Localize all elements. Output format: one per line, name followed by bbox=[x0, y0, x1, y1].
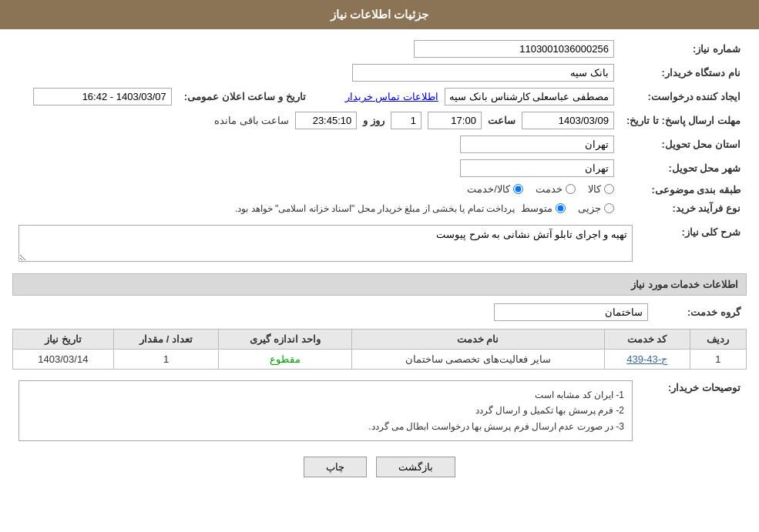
province-label: استان محل تحویل: bbox=[620, 132, 747, 156]
announce-input[interactable] bbox=[33, 88, 172, 105]
category-kala-radio[interactable] bbox=[604, 184, 614, 194]
service-group-label: گروه خدمت: bbox=[654, 300, 747, 324]
page-title: جزئیات اطلاعات نیاز bbox=[331, 8, 428, 21]
purchase-note: پرداخت تمام یا بخشی از مبلغ خریدار محل "… bbox=[235, 203, 515, 214]
category-kala-item[interactable]: کالا bbox=[588, 183, 614, 195]
purchase-motawaset-item[interactable]: متوسط bbox=[521, 202, 566, 214]
org-input[interactable] bbox=[352, 64, 614, 82]
deadline-date-input[interactable] bbox=[522, 112, 614, 129]
purchase-jozei-radio[interactable] bbox=[604, 203, 614, 213]
category-radio-group: کالا خدمت کالا/خدمت bbox=[467, 183, 614, 195]
col-row-num: ردیف bbox=[690, 330, 746, 350]
back-button[interactable]: بازگشت bbox=[376, 457, 455, 477]
province-input[interactable] bbox=[460, 136, 614, 153]
purchase-motawaset-label: متوسط bbox=[521, 202, 552, 214]
services-table: ردیف کد خدمت نام خدمت واحد اندازه گیری ت… bbox=[12, 329, 747, 370]
deadline-time-input[interactable] bbox=[428, 112, 482, 129]
category-khedmat-label: خدمت bbox=[536, 183, 563, 195]
col-unit: واحد اندازه گیری bbox=[219, 330, 351, 350]
purchase-radio-group: جزیی متوسط bbox=[521, 202, 614, 214]
deadline-days-input[interactable] bbox=[391, 112, 421, 129]
service-group-table: گروه خدمت: bbox=[12, 300, 747, 324]
deadline-time-label: ساعت bbox=[488, 115, 516, 126]
contact-link[interactable]: اطلاعات تماس خریدار bbox=[345, 91, 438, 102]
service-group-input[interactable] bbox=[494, 303, 648, 321]
col-service-code: کد خدمت bbox=[604, 330, 690, 350]
city-input[interactable] bbox=[460, 159, 614, 177]
cell-unit: مقطوع bbox=[219, 350, 351, 370]
print-button[interactable]: چاپ bbox=[304, 457, 367, 477]
purchase-label: نوع فرآیند خرید: bbox=[620, 199, 747, 217]
org-label: نام دستگاه خریدار: bbox=[620, 61, 747, 85]
description-textarea[interactable] bbox=[18, 225, 633, 262]
purchase-jozei-item[interactable]: جزیی bbox=[578, 202, 614, 214]
category-kala-label: کالا bbox=[588, 183, 601, 195]
cell-date: 1403/03/14 bbox=[13, 350, 114, 370]
note-line: 2- فرم پرسش بها تکمیل و ارسال گردد bbox=[27, 403, 624, 418]
table-row: 1 ج-43-439 سایر فعالیت‌های تخصصی ساختمان… bbox=[13, 350, 747, 370]
col-date: تاریخ نیاز bbox=[13, 330, 114, 350]
description-label: شرح کلی نیاز: bbox=[639, 222, 747, 267]
deadline-remaining-input[interactable] bbox=[295, 112, 357, 129]
services-section-title: اطلاعات خدمات مورد نیاز bbox=[12, 273, 747, 296]
note-line: 3- در صورت عدم ارسال فرم پرسش بها درخواس… bbox=[27, 419, 624, 434]
category-kala-khedmat-item[interactable]: کالا/خدمت bbox=[467, 183, 523, 195]
note-line: 1- ایران کد مشابه است bbox=[27, 387, 624, 403]
creator-label: ایجاد کننده درخواست: bbox=[620, 85, 747, 109]
deadline-label: مهلت ارسال پاسخ: تا تاریخ: bbox=[620, 109, 747, 132]
announce-label: تاریخ و ساعت اعلان عمومی: bbox=[178, 85, 312, 109]
category-kala-khedmat-radio[interactable] bbox=[513, 184, 523, 194]
description-section: شرح کلی نیاز: bbox=[12, 222, 747, 267]
cell-service-name: سایر فعالیت‌های تخصصی ساختمان bbox=[351, 350, 604, 370]
need-number-label: شماره نیاز: bbox=[620, 37, 747, 61]
city-label: شهر محل تحویل: bbox=[620, 156, 747, 180]
buttons-row: بازگشت چاپ bbox=[12, 457, 747, 477]
category-khedmat-radio[interactable] bbox=[566, 184, 576, 194]
buyer-notes-section: توصیحات خریدار: 1- ایران کد مشابه است2- … bbox=[12, 377, 747, 444]
purchase-motawaset-radio[interactable] bbox=[556, 203, 566, 213]
creator-input[interactable] bbox=[445, 88, 614, 105]
buyer-notes-content: 1- ایران کد مشابه است2- فرم پرسش بها تکم… bbox=[18, 380, 633, 441]
cell-service-code: ج-43-439 bbox=[604, 350, 690, 370]
cell-row-num: 1 bbox=[690, 350, 746, 370]
category-label: طبقه بندی موضوعی: bbox=[620, 180, 747, 199]
buyer-notes-label: توصیحات خریدار: bbox=[639, 377, 747, 444]
need-number-input[interactable] bbox=[414, 40, 614, 58]
category-khedmat-item[interactable]: خدمت bbox=[536, 183, 576, 195]
col-service-name: نام خدمت bbox=[351, 330, 604, 350]
deadline-remaining-label: ساعت باقی مانده bbox=[214, 115, 289, 126]
col-qty: تعداد / مقدار bbox=[113, 330, 219, 350]
need-info-table: شماره نیاز: نام دستگاه خریدار: ایج bbox=[12, 37, 747, 217]
page-header: جزئیات اطلاعات نیاز bbox=[0, 0, 759, 29]
cell-qty: 1 bbox=[113, 350, 219, 370]
deadline-days-label: روز و bbox=[363, 115, 385, 126]
purchase-jozei-label: جزیی bbox=[578, 202, 601, 214]
category-kala-khedmat-label: کالا/خدمت bbox=[467, 183, 510, 195]
